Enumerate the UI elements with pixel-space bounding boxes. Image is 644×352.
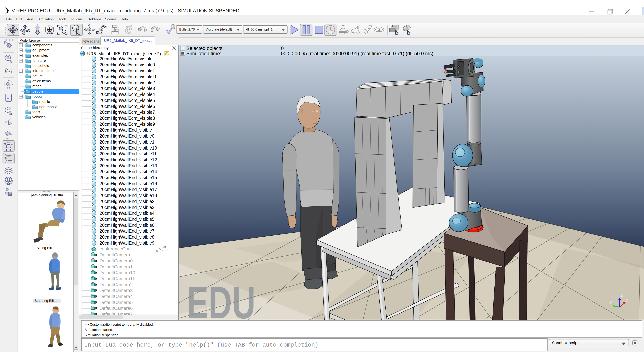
svg-text:RT: RT xyxy=(328,31,332,34)
svg-text:Simulation time:: Simulation time: xyxy=(186,51,221,56)
svg-text:x: x xyxy=(626,297,628,303)
svg-text:Selected objects:: Selected objects: xyxy=(186,46,224,51)
svg-text:y: y xyxy=(610,299,612,304)
svg-text:0: 0 xyxy=(281,46,284,51)
svg-text:z: z xyxy=(620,292,623,298)
svg-text:EDU: EDU xyxy=(187,277,256,320)
svg-text:00:00:00.65 (real time: 00:00:: 00:00:00.65 (real time: 00:00:00.91) (re… xyxy=(281,51,433,56)
svg-text:f(x): f(x) xyxy=(5,67,12,74)
